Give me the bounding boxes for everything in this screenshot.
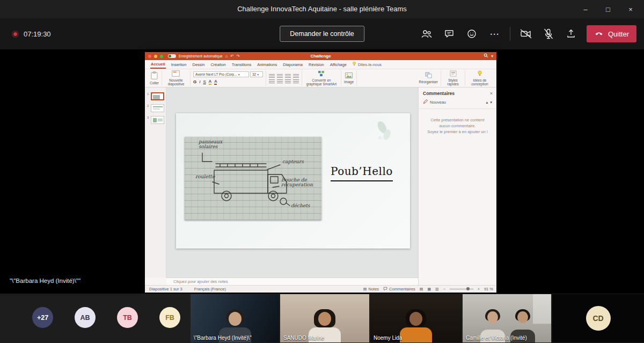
underline-button[interactable]: S — [203, 79, 206, 84]
new-comment-button[interactable]: Nouveau — [430, 100, 446, 105]
tell-me-control[interactable]: Dites-le-nous — [352, 61, 382, 68]
comments-empty-line1: Cette présentation ne contient aucun com… — [425, 118, 490, 129]
participant-video-silhouette — [397, 309, 435, 342]
participant-avatar-tb[interactable]: TB — [117, 307, 138, 328]
chat-icon[interactable] — [442, 27, 456, 41]
slide-title-text[interactable]: Poub’Hello — [331, 165, 393, 181]
zoom-in-icon[interactable]: + — [478, 287, 480, 291]
mac-minimize-icon[interactable] — [154, 55, 157, 58]
autosave-toggle[interactable] — [168, 54, 176, 58]
toolbar-divider — [510, 27, 510, 41]
truck-sketch-image[interactable]: panneaux solaires capteurs roulette Bouc… — [185, 137, 321, 220]
bold-button[interactable]: G — [193, 79, 196, 84]
participant-avatar-fb[interactable]: FB — [159, 307, 180, 328]
mac-close-icon[interactable] — [148, 55, 151, 58]
slide-canvas[interactable]: panneaux solaires capteurs roulette Bouc… — [176, 113, 410, 249]
align-center-icon[interactable] — [277, 79, 283, 83]
search-icon[interactable] — [484, 53, 488, 59]
more-options-icon[interactable]: ⋯ — [487, 27, 501, 41]
participant-avatar-ab[interactable]: AB — [75, 307, 96, 328]
image-icon — [345, 72, 353, 79]
participant-tile-barbara[interactable]: \"Barbara Heyd (Invité)\" — [191, 294, 279, 342]
titlebar-caret-icon[interactable]: ▾ — [491, 54, 493, 59]
zoom-out-icon[interactable]: − — [443, 287, 445, 291]
tab-dessin[interactable]: Dessin — [192, 61, 205, 68]
participants-icon[interactable] — [420, 27, 434, 41]
participant-tile-noemy[interactable]: Noemy Lida — [370, 294, 462, 342]
font-size-value: 32 — [252, 72, 256, 76]
mic-off-icon[interactable] — [541, 27, 555, 41]
indent-decrease-icon[interactable] — [285, 74, 291, 78]
slide-thumbnail-3[interactable]: 3 — [147, 116, 165, 124]
size-caret-icon: ▾ — [257, 73, 259, 76]
font-size-select[interactable]: 32 ▾ — [250, 71, 263, 77]
camera-off-icon[interactable] — [519, 27, 533, 41]
arrange-button[interactable]: Réorganiser — [416, 70, 441, 86]
tab-diaporama[interactable]: Diaporama — [282, 61, 303, 68]
quick-styles-button[interactable]: Styles rapides — [441, 70, 465, 86]
quit-button[interactable]: Quitter — [587, 25, 636, 42]
paste-group[interactable]: Coller — [147, 70, 162, 86]
notes-placeholder: Cliquez pour ajouter des notes — [173, 279, 228, 284]
undo-icon[interactable]: ↶ — [230, 54, 233, 59]
participant-name-label: Noemy Lida — [374, 335, 402, 341]
participant-tile-sanudo[interactable]: SANUDO Marine — [280, 294, 369, 342]
slide-thumbnail-2[interactable]: 2 — [147, 104, 165, 112]
comments-toggle[interactable]: Commentaires — [383, 287, 415, 292]
reactions-icon[interactable] — [465, 27, 479, 41]
leaf-decoration — [376, 121, 392, 144]
highlight-color-button[interactable]: A — [209, 79, 211, 85]
smartart-button[interactable]: Convertir en graphique SmartArt — [302, 70, 341, 86]
tab-revision[interactable]: Révision — [308, 61, 325, 68]
comments-close-icon[interactable]: × — [490, 91, 493, 96]
slide-thumbnail-1[interactable]: 1 — [147, 92, 165, 100]
comments-prev-icon[interactable]: ▴ — [486, 100, 488, 105]
view-sorter-icon[interactable]: ▦ — [427, 287, 431, 291]
redo-icon[interactable]: ↷ — [236, 54, 239, 59]
share-screen-icon[interactable] — [564, 27, 578, 41]
font-name-select[interactable]: Avenir Next LT Pro (Corp... ▾ — [193, 71, 249, 77]
tab-transitions[interactable]: Transitions — [231, 61, 252, 68]
design-ideas-button[interactable]: Idées de conception — [465, 70, 494, 86]
comments-next-icon[interactable]: ▾ — [490, 100, 492, 105]
home-icon[interactable]: ⌂ — [225, 54, 228, 59]
participant-tile-camille-victoria[interactable]: Camille et Victoria (Invité) — [463, 294, 551, 342]
mac-zoom-icon[interactable] — [160, 55, 163, 58]
notes-bar[interactable]: Cliquez pour ajouter des notes — [166, 278, 418, 285]
tab-animations[interactable]: Animations — [257, 61, 277, 68]
tab-accueil[interactable]: Accueil — [150, 61, 166, 69]
close-icon[interactable]: × — [619, 0, 642, 18]
slide-thumbnail-panel: 1 2 3 — [145, 87, 166, 278]
language-status[interactable]: Français (France) — [194, 287, 226, 291]
align-left-icon[interactable] — [269, 79, 275, 83]
justify-icon[interactable] — [293, 79, 299, 83]
bullets-icon[interactable] — [269, 74, 275, 78]
tab-affichage[interactable]: Affichage — [330, 61, 347, 68]
numbering-icon[interactable] — [277, 74, 283, 78]
view-reading-icon[interactable]: ▥ — [435, 287, 439, 291]
participant-tile-cd[interactable]: CD — [552, 294, 644, 342]
request-control-button[interactable]: Demander le contrôle — [280, 26, 364, 42]
view-normal-icon[interactable]: ▤ — [420, 287, 423, 291]
comments-empty-line2: Soyez le premier à en ajouter un ! — [425, 129, 490, 135]
overflow-count-avatar[interactable]: +27 — [32, 307, 53, 328]
tab-insertion[interactable]: Insertion — [171, 61, 187, 68]
design-ideas-icon — [477, 70, 482, 78]
new-slide-button[interactable]: Nouvelle diapositive — [162, 70, 191, 86]
notes-toggle[interactable]: ▤ Notes — [363, 287, 379, 291]
minimize-icon[interactable]: – — [574, 0, 597, 18]
avatar-initials: CD — [592, 314, 603, 323]
font-color-button[interactable]: A — [214, 79, 217, 85]
thumbnail-number: 3 — [147, 116, 150, 119]
tab-creation[interactable]: Création — [210, 61, 226, 68]
indent-increase-icon[interactable] — [293, 74, 299, 78]
zoom-slider[interactable] — [450, 289, 473, 289]
screen-share-stage: Enregistrement automatique ⌂ ↶ ↷ Challen… — [0, 49, 644, 294]
italic-button[interactable]: I — [199, 79, 200, 84]
zoom-percentage[interactable]: 91 % — [484, 287, 493, 291]
maximize-icon[interactable]: □ — [597, 0, 619, 18]
image-label: Image — [344, 80, 354, 84]
align-right-icon[interactable] — [285, 79, 291, 83]
notes-toggle-label: Notes — [368, 287, 379, 291]
image-button[interactable]: Image — [341, 70, 357, 86]
